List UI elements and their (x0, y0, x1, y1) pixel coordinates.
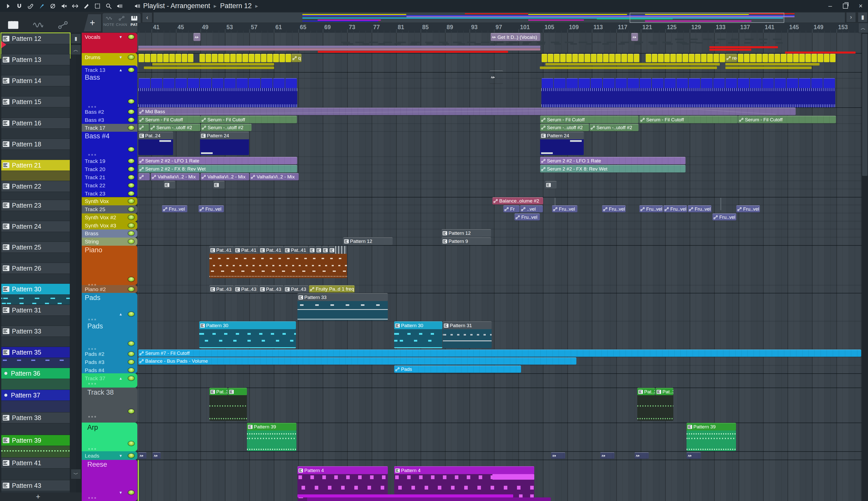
pattern-item[interactable]: Pattern 39 (1, 435, 70, 460)
pattern-clip[interactable]: Pat..41 (259, 246, 283, 254)
track-options-dots[interactable] (88, 319, 97, 320)
pattern-clip-cell[interactable] (163, 54, 169, 62)
pattern-clip[interactable]: Pat..43 (210, 285, 234, 292)
track-header-pads-2[interactable]: Pads #2 (82, 350, 137, 358)
pattern-clip[interactable]: Pattern 4 (394, 466, 534, 474)
pattern-clip-cell[interactable] (750, 78, 761, 88)
pattern-clip-cell[interactable] (688, 78, 700, 88)
pattern-clip[interactable] (228, 388, 247, 395)
picker-mode-chan[interactable]: CHAN (115, 15, 128, 26)
pattern-clip-train[interactable] (138, 54, 194, 62)
pattern-clip-cell[interactable] (811, 54, 817, 62)
pattern-clip[interactable]: Pat..39 (637, 388, 655, 395)
automation-clip[interactable]: Serum - Fil Cutoff (201, 116, 297, 123)
track-header-pads-3[interactable]: Pads #3 (82, 358, 137, 366)
pattern-clip-cell[interactable] (255, 54, 260, 62)
play-arrow-icon[interactable] (2, 1, 14, 11)
track-header-pads[interactable]: Pads (82, 322, 137, 330)
pattern-clip-cell[interactable] (139, 54, 144, 62)
track-mute-led[interactable] (128, 312, 134, 316)
pattern-clip[interactable]: Pat..41 (284, 246, 308, 254)
pattern-clip-cell[interactable] (218, 54, 224, 62)
clip-body[interactable] (298, 301, 388, 320)
pattern-clip-cell[interactable] (689, 54, 694, 62)
pattern-clip-cell[interactable] (542, 78, 553, 88)
pattern-item[interactable]: Pattern 36 (1, 368, 70, 393)
pattern-clip-cell[interactable] (151, 78, 162, 88)
track-mute-led[interactable] (128, 454, 134, 458)
pattern-clip-cell[interactable] (578, 54, 584, 62)
pattern-clip-cell[interactable] (224, 54, 230, 62)
track-header-led-row[interactable] (82, 146, 137, 153)
preview-speaker-icon[interactable] (114, 1, 125, 11)
expand-arrow-icon[interactable]: ▼ (119, 35, 122, 39)
automation-clip[interactable]: Serum - Fil Cutoff (639, 116, 738, 123)
track-mute-led[interactable] (128, 183, 134, 188)
track-header-reese[interactable]: Reese (82, 461, 137, 469)
pattern-clip-cell[interactable] (548, 54, 553, 62)
track-mute-led[interactable] (128, 147, 134, 151)
pattern-clip-train[interactable] (542, 78, 835, 88)
pattern-clip[interactable]: Pattern 12 (343, 237, 393, 245)
pattern-clip-cell[interactable] (725, 78, 737, 88)
audio-clip[interactable] (138, 452, 147, 459)
automation-clip[interactable]: req (725, 54, 737, 62)
automation-clip[interactable]: Serum - Fil Cutoff (738, 116, 836, 123)
pattern-clip-cell[interactable] (163, 78, 175, 88)
picker-scrollbar[interactable] (76, 32, 82, 492)
stretch-icon[interactable] (69, 1, 81, 11)
pattern-clip-cell[interactable] (805, 54, 811, 62)
automation-clip[interactable]: Serum -..utoff #2 (540, 124, 589, 131)
track-header-arp[interactable]: Arp (82, 424, 137, 431)
track-mute-led[interactable] (128, 191, 134, 196)
pattern-clip-cell[interactable] (799, 54, 805, 62)
automation-clip[interactable]: Fru..vel (688, 205, 711, 212)
minimize-button[interactable]: – (826, 2, 834, 10)
track-header-track-17[interactable]: Track 17 (82, 124, 137, 132)
pattern-clip[interactable] (213, 181, 225, 189)
automation-clip[interactable]: Serum #7 - Fil Cutoff (138, 350, 861, 357)
pattern-clip-cell[interactable] (707, 54, 713, 62)
pattern-clip-cell[interactable] (799, 78, 811, 88)
clip-body[interactable] (210, 395, 247, 421)
pattern-clip[interactable] (164, 181, 175, 189)
automation-clip[interactable]: Fru..vel (514, 213, 540, 221)
pattern-clip-cell[interactable] (621, 54, 627, 62)
automation-clip[interactable]: Pads (394, 365, 521, 373)
pattern-item[interactable]: Pattern 37 (1, 390, 70, 415)
automation-clip[interactable] (138, 173, 150, 180)
add-pattern-button[interactable]: + (0, 492, 76, 501)
pattern-clip-cell[interactable] (609, 54, 615, 62)
collapse-arrow-icon[interactable]: ▲ (119, 68, 122, 72)
automation-clip[interactable]: Mid Bass (138, 108, 796, 115)
magnet-icon[interactable] (14, 1, 25, 11)
pattern-clip-cell[interactable] (676, 78, 688, 88)
track-mute-led[interactable] (128, 231, 134, 235)
pattern-clip-cell[interactable] (664, 54, 670, 62)
track-header-led-row[interactable] (82, 275, 137, 283)
track-options-dots[interactable] (88, 154, 97, 156)
track-header-led-row[interactable] (82, 407, 137, 415)
track-mute-led[interactable] (128, 277, 134, 281)
scroll-up-button[interactable]: ︿ (858, 23, 868, 33)
audio-clip[interactable] (634, 452, 649, 459)
pattern-clip-cell[interactable] (787, 54, 793, 62)
pattern-clip-cell[interactable] (676, 54, 682, 62)
pattern-clip-cell[interactable] (781, 54, 786, 62)
pattern-clip[interactable]: Pat..43 (259, 285, 283, 292)
automation-clip[interactable]: Balance - Bus Pads - Volume (138, 358, 576, 365)
track-header-led-row[interactable] (82, 440, 137, 447)
automation-clip[interactable]: Serum - Fil Cutoff (540, 116, 639, 123)
pattern-clip[interactable]: Pattern 30 (394, 321, 442, 329)
track-mute-led[interactable] (128, 55, 134, 60)
track-mute-led[interactable] (128, 441, 134, 446)
track-header-track-23[interactable]: Track 23 (82, 190, 137, 198)
pattern-clip-cell[interactable] (738, 54, 743, 62)
vertical-scrollbar-handle[interactable] (862, 34, 868, 176)
pattern-clip-cell[interactable] (738, 78, 749, 88)
pattern-clip-cell[interactable] (652, 78, 663, 88)
pattern-clip-cell[interactable] (273, 78, 285, 88)
track-header-piano-2[interactable]: Piano #2 (82, 285, 137, 293)
track-header-pads-4[interactable]: Pads #4 (82, 366, 137, 374)
pattern-clip[interactable]: Pattern 24 (200, 132, 249, 139)
